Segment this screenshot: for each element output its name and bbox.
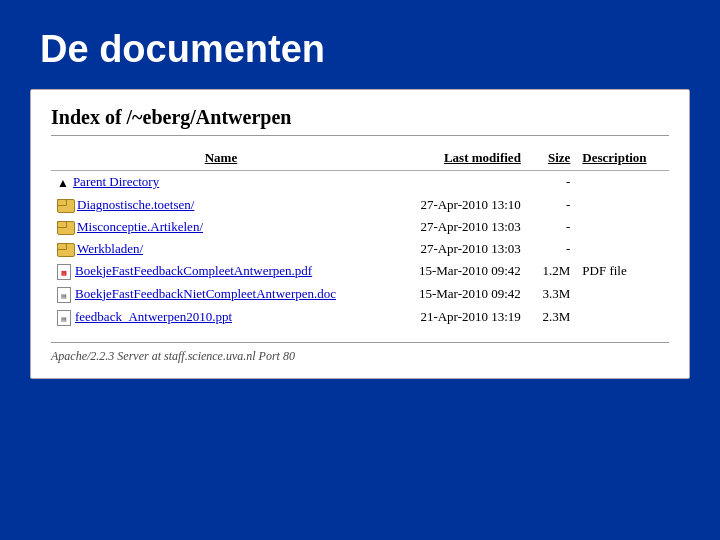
content-box: Index of /~eberg/Antwerpen Name Last mod… — [30, 89, 690, 379]
file-link[interactable]: BoekjeFastFeedbackCompleetAntwerpen.pdf — [75, 263, 312, 278]
last-modified-cell: 21-Apr-2010 13:19 — [391, 306, 527, 332]
table-row: ▤feedback_Antwerpen2010.ppt21-Apr-2010 1… — [51, 306, 669, 332]
server-footer: Apache/2.2.3 Server at staff.science.uva… — [51, 342, 669, 364]
col-header-modified: Last modified — [391, 148, 527, 171]
size-cell: 2.3M — [527, 306, 576, 332]
size-cell: - — [527, 194, 576, 216]
last-modified-cell: 27-Apr-2010 13:03 — [391, 216, 527, 238]
file-link[interactable]: Parent Directory — [73, 174, 159, 189]
index-heading: Index of /~eberg/Antwerpen — [51, 106, 669, 136]
slide-title: De documenten — [40, 28, 680, 71]
description-cell — [576, 283, 669, 306]
file-link[interactable]: Werkbladen/ — [77, 241, 143, 256]
last-modified-cell — [391, 171, 527, 194]
size-cell: 1.2M — [527, 260, 576, 283]
size-cell: - — [527, 216, 576, 238]
size-cell: - — [527, 171, 576, 194]
last-modified-cell: 27-Apr-2010 13:10 — [391, 194, 527, 216]
table-row: ▤BoekjeFastFeedbackCompleetAntwerpen.pdf… — [51, 260, 669, 283]
col-header-size: Size — [527, 148, 576, 171]
file-link[interactable]: BoekjeFastFeedbackNietCompleetAntwerpen.… — [75, 286, 336, 301]
last-modified-cell: 15-Mar-2010 09:42 — [391, 283, 527, 306]
description-cell — [576, 216, 669, 238]
size-cell: - — [527, 238, 576, 260]
folder-icon — [57, 243, 73, 257]
table-header-row: Name Last modified Size Description — [51, 148, 669, 171]
table-row: ▲Parent Directory- — [51, 171, 669, 194]
col-header-description: Description — [576, 148, 669, 171]
last-modified-cell: 27-Apr-2010 13:03 — [391, 238, 527, 260]
table-row: Werkbladen/27-Apr-2010 13:03- — [51, 238, 669, 260]
table-row: ▤BoekjeFastFeedbackNietCompleetAntwerpen… — [51, 283, 669, 306]
size-cell: 3.3M — [527, 283, 576, 306]
description-cell — [576, 306, 669, 332]
last-modified-cell: 15-Mar-2010 09:42 — [391, 260, 527, 283]
table-row: Diagnostische.toetsen/27-Apr-2010 13:10- — [51, 194, 669, 216]
description-cell — [576, 171, 669, 194]
folder-icon — [57, 199, 73, 213]
directory-table: Name Last modified Size Description ▲Par… — [51, 148, 669, 332]
pdf-icon: ▤ — [57, 264, 71, 280]
description-cell — [576, 238, 669, 260]
file-link[interactable]: feedback_Antwerpen2010.ppt — [75, 309, 232, 324]
doc-icon: ▤ — [57, 287, 71, 303]
col-header-name: Name — [51, 148, 391, 171]
up-arrow-icon: ▲ — [57, 176, 69, 191]
title-area: De documenten — [0, 0, 720, 89]
slide-container: De documenten Index of /~eberg/Antwerpen… — [0, 0, 720, 540]
ppt-icon: ▤ — [57, 310, 71, 326]
file-link[interactable]: Misconceptie.Artikelen/ — [77, 219, 203, 234]
description-cell: PDF file — [576, 260, 669, 283]
description-cell — [576, 194, 669, 216]
table-row: Misconceptie.Artikelen/27-Apr-2010 13:03… — [51, 216, 669, 238]
folder-icon — [57, 221, 73, 235]
file-link[interactable]: Diagnostische.toetsen/ — [77, 197, 194, 212]
